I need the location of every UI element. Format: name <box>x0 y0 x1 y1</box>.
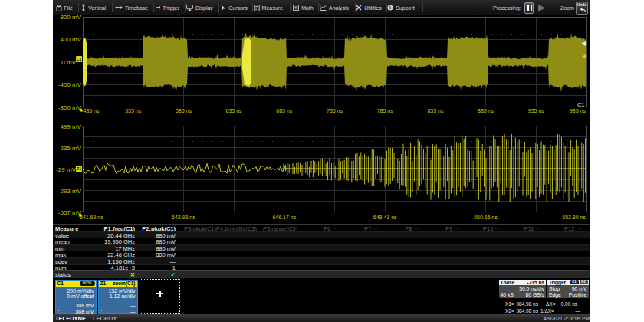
svg-text:C1: C1 <box>577 101 585 108</box>
